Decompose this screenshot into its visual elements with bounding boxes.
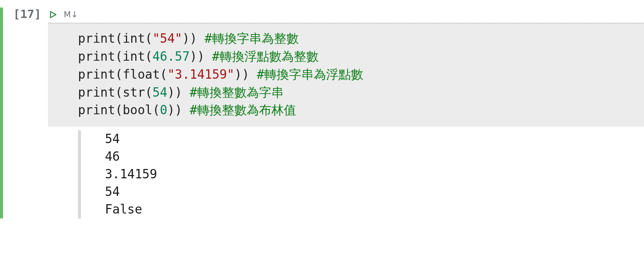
code-line: print(bool(0)) #轉換整數為布林值 bbox=[78, 101, 640, 119]
code-line: print(int("54")) #轉換字串為整數 bbox=[78, 30, 640, 48]
cell-toolbar: M↓ bbox=[48, 7, 644, 23]
code-editor[interactable]: print(int("54")) #轉換字串為整數 print(int(46.5… bbox=[48, 23, 644, 127]
cell-output: 54 46 3.14159 54 False bbox=[48, 130, 644, 218]
output-text: 54 46 3.14159 54 False bbox=[81, 130, 157, 218]
output-line: 3.14159 bbox=[105, 167, 157, 181]
run-icon[interactable] bbox=[49, 10, 57, 19]
code-line: print(int(46.57)) #轉換浮點數為整數 bbox=[78, 48, 640, 66]
prompt-column: [17] bbox=[3, 7, 48, 218]
output-line: False bbox=[105, 202, 142, 217]
output-line: 46 bbox=[105, 149, 120, 164]
notebook-cell: [17] M↓ print(int("54")) #轉換字串為整數 print(… bbox=[0, 0, 644, 218]
exec-count: [17] bbox=[3, 7, 41, 20]
output-line: 54 bbox=[105, 184, 120, 199]
cell-status-bar bbox=[0, 7, 3, 218]
code-line: print(float("3.14159")) #轉換字串為浮點數 bbox=[78, 66, 640, 84]
output-status-bar bbox=[78, 130, 81, 218]
cell-main: M↓ print(int("54")) #轉換字串為整數 print(int(4… bbox=[48, 7, 644, 218]
code-line: print(str(54)) #轉換整數為字串 bbox=[78, 84, 640, 102]
output-line: 54 bbox=[105, 132, 120, 146]
markdown-toggle[interactable]: M↓ bbox=[64, 10, 78, 19]
